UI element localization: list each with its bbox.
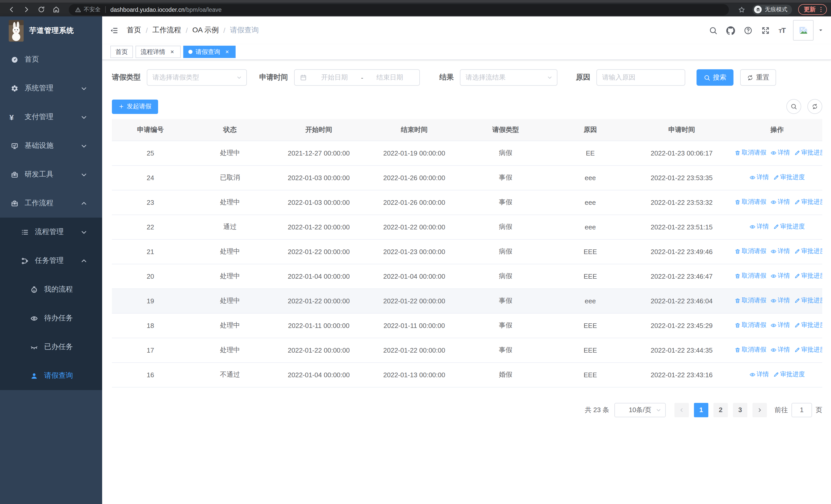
action-审批进度[interactable]: 审批进度 (794, 321, 822, 330)
avatar[interactable] (793, 20, 813, 40)
sidebar-item-支付管理[interactable]: ¥支付管理 (0, 102, 102, 131)
avatar-caret-icon[interactable] (818, 28, 823, 33)
reset-button[interactable]: 重置 (740, 69, 776, 86)
breadcrumb-item: 请假查询 (230, 26, 259, 35)
pen-icon (794, 199, 800, 205)
cell-leave-type: 事假 (462, 165, 549, 190)
tab-close-icon[interactable]: × (224, 49, 230, 55)
sidebar-item-我的流程[interactable]: 我的流程 (0, 275, 102, 304)
page-button-3[interactable]: 3 (733, 403, 747, 417)
action-取消请假[interactable]: 取消请假 (735, 296, 766, 305)
action-审批进度[interactable]: 审批进度 (794, 272, 822, 280)
sidebar-item-基础设施[interactable]: 基础设施 (0, 131, 102, 160)
back-icon[interactable] (8, 6, 16, 13)
action-详情[interactable]: 详情 (770, 321, 790, 330)
action-取消请假[interactable]: 取消请假 (735, 272, 766, 280)
date-range-input[interactable]: 开始日期 - 结束日期 (294, 69, 420, 86)
text-size-icon[interactable]: TT (779, 26, 785, 34)
column-header: 结束时间 (367, 119, 462, 141)
action-审批进度[interactable]: 审批进度 (773, 173, 805, 182)
sidebar-fold-icon[interactable] (110, 26, 119, 35)
tab-流程详情[interactable]: 流程详情× (136, 46, 181, 58)
page-button-2[interactable]: 2 (713, 403, 728, 417)
bookmark-star-icon[interactable] (738, 6, 745, 13)
create-leave-button[interactable]: 发起请假 (112, 99, 158, 114)
toggle-search-button[interactable] (786, 99, 801, 114)
action-详情[interactable]: 详情 (770, 346, 790, 354)
header-search-icon[interactable] (709, 26, 718, 35)
action-取消请假[interactable]: 取消请假 (735, 247, 766, 256)
tab-首页[interactable]: 首页 (110, 46, 133, 58)
action-审批进度[interactable]: 审批进度 (773, 223, 805, 231)
sidebar-item-请假查询[interactable]: 请假查询 (0, 361, 102, 390)
page-button-1[interactable]: 1 (694, 403, 708, 417)
cell-actions: 取消请假详情审批进度 (732, 239, 822, 264)
trash-icon (735, 298, 741, 304)
github-icon[interactable] (726, 26, 735, 35)
sidebar-item-首页[interactable]: 首页 (0, 45, 102, 74)
sidebar-item-流程管理[interactable]: 流程管理 (0, 217, 102, 246)
action-审批进度[interactable]: 审批进度 (773, 370, 805, 379)
fullscreen-icon[interactable] (761, 26, 770, 35)
action-取消请假[interactable]: 取消请假 (735, 198, 766, 207)
browser-menu-update-button[interactable]: 更新 (798, 4, 827, 15)
action-详情[interactable]: 详情 (770, 247, 790, 256)
action-详情[interactable]: 详情 (770, 198, 790, 207)
action-详情[interactable]: 详情 (770, 296, 790, 305)
action-审批进度[interactable]: 审批进度 (794, 149, 822, 157)
sidebar-item-label: 工作流程 (25, 199, 53, 208)
action-审批进度[interactable]: 审批进度 (794, 296, 822, 305)
action-详情[interactable]: 详情 (749, 173, 769, 182)
cell-apply-time: 2022-01-22 23:53:32 (631, 190, 732, 214)
breadcrumb-item[interactable]: 首页 (127, 26, 141, 35)
reload-icon[interactable] (37, 6, 45, 13)
leave-type-select[interactable]: 请选择请假类型 (147, 69, 247, 86)
reason-input[interactable]: 请输入原因 (596, 69, 685, 86)
result-select[interactable]: 请选择流结果 (460, 69, 557, 86)
sidebar-item-任务管理[interactable]: 任务管理 (0, 246, 102, 275)
table-row: 19处理中2022-01-22 00:00:002022-01-22 00:00… (112, 289, 822, 313)
sidebar-item-待办任务[interactable]: 待办任务 (0, 304, 102, 333)
action-取消请假[interactable]: 取消请假 (735, 149, 766, 157)
action-审批进度[interactable]: 审批进度 (794, 247, 822, 256)
home-icon[interactable] (52, 6, 60, 13)
search-button[interactable]: 搜索 (696, 69, 734, 86)
sidebar-item-研发工具[interactable]: 研发工具 (0, 160, 102, 189)
cell-id: 20 (112, 264, 189, 289)
logo-row[interactable]: 芋道管理系统 (0, 17, 102, 45)
action-详情[interactable]: 详情 (749, 223, 769, 231)
sidebar-item-已办任务[interactable]: 已办任务 (0, 333, 102, 361)
breadcrumb-item[interactable]: OA 示例 (193, 26, 219, 35)
cell-apply-time: 2022-01-22 23:45:29 (631, 313, 732, 338)
kebab-menu-icon[interactable] (818, 6, 824, 13)
page-size-select[interactable]: 10条/页 (614, 403, 666, 417)
leave-table: 申请编号状态开始时间结束时间请假类型原因申请时间操作 25处理中2021-12-… (112, 119, 822, 387)
action-审批进度[interactable]: 审批进度 (794, 198, 822, 207)
next-page-button[interactable] (752, 403, 767, 417)
not-secure-label[interactable]: 不安全 (84, 6, 101, 13)
cell-apply-time: 2022-01-22 23:51:15 (631, 214, 732, 239)
action-label: 审批进度 (801, 346, 822, 354)
refresh-table-button[interactable] (807, 99, 822, 114)
action-详情[interactable]: 详情 (770, 272, 790, 280)
sidebar-item-label: 基础设施 (25, 141, 53, 150)
action-取消请假[interactable]: 取消请假 (735, 321, 766, 330)
url-bar[interactable]: 不安全 dashboard.yudao.iocoder.cn /bpm/oa/l… (69, 4, 729, 15)
action-取消请假[interactable]: 取消请假 (735, 346, 766, 354)
forward-icon[interactable] (23, 6, 30, 13)
action-详情[interactable]: 详情 (770, 149, 790, 157)
sidebar-item-工作流程[interactable]: 工作流程 (0, 189, 102, 217)
cell-leave-type: 事假 (462, 313, 549, 338)
help-icon[interactable] (744, 26, 752, 35)
cell-end-time: 2022-01-04 00:00:00 (367, 264, 462, 289)
breadcrumb-item[interactable]: 工作流程 (152, 26, 181, 35)
action-详情[interactable]: 详情 (749, 370, 769, 379)
cell-status: 通过 (189, 214, 271, 239)
eye-icon (749, 224, 755, 230)
tab-请假查询[interactable]: 请假查询× (183, 46, 236, 58)
sidebar-item-系统管理[interactable]: 系统管理 (0, 74, 102, 102)
tab-close-icon[interactable]: × (169, 49, 175, 55)
prev-page-button[interactable] (675, 403, 689, 417)
goto-page-input[interactable] (792, 403, 812, 417)
action-审批进度[interactable]: 审批进度 (794, 346, 822, 354)
